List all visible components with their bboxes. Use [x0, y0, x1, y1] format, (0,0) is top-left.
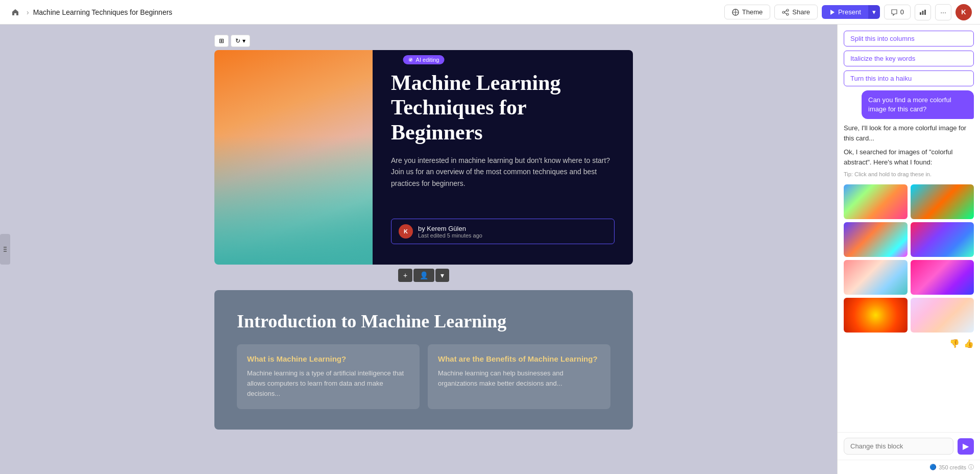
- image-thumb-7[interactable]: [844, 298, 908, 333]
- image-grid: [844, 184, 974, 333]
- chat-input[interactable]: [844, 438, 953, 455]
- hero-image: [214, 50, 373, 265]
- intro-title: Introduction to Machine Learning: [237, 311, 610, 332]
- intro-card-2-text: Machine learning can help businesses and…: [438, 368, 600, 389]
- topbar: › Machine Learning Techniques for Beginn…: [0, 0, 980, 25]
- intro-cards: What is Machine Learning? Machine learni…: [237, 344, 610, 409]
- svg-rect-9: [924, 10, 926, 15]
- present-button-group: Present ▾: [822, 5, 880, 19]
- hero-title: Machine Learning Techniques for Beginner…: [391, 70, 615, 145]
- right-panel-content: Split this into columns Italicize the ke…: [838, 25, 980, 432]
- comment-button[interactable]: 0: [884, 5, 911, 19]
- author-name: by Kerem Gülen: [418, 225, 482, 232]
- topbar-left: › Machine Learning Techniques for Beginn…: [8, 5, 720, 19]
- ai-response-2: Ok, I searched for images of "colorful a…: [844, 147, 974, 167]
- hero-author-card: K by Kerem Gülen Last edited 5 minutes a…: [391, 219, 615, 244]
- caret-down-icon: ▾: [440, 271, 444, 279]
- author-edited: Last edited 5 minutes ago: [418, 232, 482, 239]
- ai-editing-badge: AI editing: [403, 55, 445, 64]
- intro-slide-container: Introduction to Machine Learning What is…: [214, 290, 633, 430]
- image-tip: Tip: Click and hold to drag these in.: [844, 171, 974, 177]
- rotate-icon: ↻: [235, 37, 240, 44]
- home-button[interactable]: [8, 5, 22, 19]
- share-button[interactable]: Share: [774, 5, 818, 19]
- intro-card-1-text: Machine learning is a type of artificial…: [247, 368, 409, 399]
- hero-image-overlay: [214, 136, 373, 265]
- chart-button[interactable]: [915, 4, 931, 20]
- image-thumb-1[interactable]: [844, 184, 908, 219]
- svg-point-3: [787, 13, 789, 15]
- svg-point-2: [782, 11, 785, 13]
- left-sidebar: [0, 25, 10, 474]
- avatar[interactable]: K: [955, 4, 972, 20]
- author-avatar: K: [399, 224, 413, 239]
- hero-content: Machine Learning Techniques for Beginner…: [373, 50, 633, 265]
- slide-toolbar: ⊞ ↻ ▾: [214, 35, 633, 47]
- credits-icon: 🔵: [929, 464, 937, 470]
- hero-description: Are you interested in machine learning b…: [391, 155, 615, 189]
- hero-slide: AI editing Machine Learning Techniques f…: [214, 50, 633, 265]
- grid-icon: ⊞: [219, 37, 224, 44]
- sidebar-toggle-button[interactable]: [0, 234, 10, 265]
- intro-card-1-title: What is Machine Learning?: [247, 354, 409, 363]
- chat-input-area: ▶: [838, 432, 980, 460]
- svg-line-4: [785, 10, 787, 11]
- main-layout: ⊞ ↻ ▾ AI editing Machine Lea: [0, 25, 980, 474]
- user-message: Can you find a more colorful image for t…: [862, 90, 974, 119]
- svg-line-5: [785, 12, 787, 13]
- right-panel: Split this into columns Italicize the ke…: [837, 25, 980, 474]
- topbar-actions: Theme Share Present ▾ 0 ··· K: [724, 4, 972, 20]
- person-icon: 👤: [420, 271, 428, 279]
- send-icon: ▶: [963, 441, 969, 451]
- caret-icon: ▾: [242, 37, 246, 44]
- slide-grid-button[interactable]: ⊞: [214, 35, 229, 47]
- slide-rotate-button[interactable]: ↻ ▾: [231, 35, 250, 47]
- breadcrumb-chevron: ›: [27, 8, 29, 16]
- reaction-bar: 👎 👍: [844, 337, 974, 350]
- intro-card-2-title: What are the Benefits of Machine Learnin…: [438, 354, 600, 363]
- image-thumb-6[interactable]: [911, 260, 974, 295]
- intro-card-2: What are the Benefits of Machine Learnin…: [428, 344, 610, 409]
- action-caret-button[interactable]: ▾: [435, 269, 449, 282]
- chat-send-button[interactable]: ▶: [958, 438, 974, 455]
- present-caret-button[interactable]: ▾: [868, 5, 880, 19]
- image-thumb-4[interactable]: [911, 222, 974, 257]
- thumbs-up-button[interactable]: 👍: [964, 339, 974, 348]
- image-thumb-8[interactable]: [911, 298, 974, 333]
- svg-rect-7: [920, 12, 921, 15]
- theme-button[interactable]: Theme: [724, 5, 770, 19]
- image-thumb-5[interactable]: [844, 260, 908, 295]
- more-button[interactable]: ···: [935, 4, 951, 20]
- canvas-area: ⊞ ↻ ▾ AI editing Machine Lea: [10, 25, 837, 474]
- svg-rect-8: [922, 11, 924, 15]
- person-block-button[interactable]: 👤: [413, 269, 434, 282]
- credits-bar: 🔵 350 credits ⓘ: [838, 460, 980, 474]
- add-icon: +: [403, 271, 407, 279]
- svg-marker-6: [830, 10, 835, 15]
- suggestion-split-columns[interactable]: Split this into columns: [844, 31, 974, 46]
- thumbs-down-button[interactable]: 👎: [949, 339, 960, 348]
- image-thumb-2[interactable]: [911, 184, 974, 219]
- suggestion-italicize[interactable]: Italicize the key words: [844, 51, 974, 66]
- slide-action-bar: + 👤 ▾: [214, 269, 633, 282]
- add-block-button[interactable]: +: [398, 269, 412, 282]
- intro-slide: Introduction to Machine Learning What is…: [214, 290, 633, 430]
- credits-info-icon: ⓘ: [968, 463, 974, 471]
- author-info: by Kerem Gülen Last edited 5 minutes ago: [418, 225, 482, 239]
- hero-slide-container: ⊞ ↻ ▾ AI editing Machine Lea: [214, 35, 633, 282]
- ai-response-1: Sure, I'll look for a more colorful imag…: [844, 123, 974, 143]
- image-thumb-3[interactable]: [844, 222, 908, 257]
- intro-card-1: What is Machine Learning? Machine learni…: [237, 344, 420, 409]
- credits-text: 350 credits: [939, 464, 966, 470]
- present-main-button[interactable]: Present: [822, 5, 868, 19]
- suggestion-haiku[interactable]: Turn this into a haiku: [844, 70, 974, 86]
- svg-point-1: [787, 9, 789, 11]
- more-icon: ···: [940, 8, 946, 16]
- page-title: Machine Learning Techniques for Beginner…: [33, 8, 173, 16]
